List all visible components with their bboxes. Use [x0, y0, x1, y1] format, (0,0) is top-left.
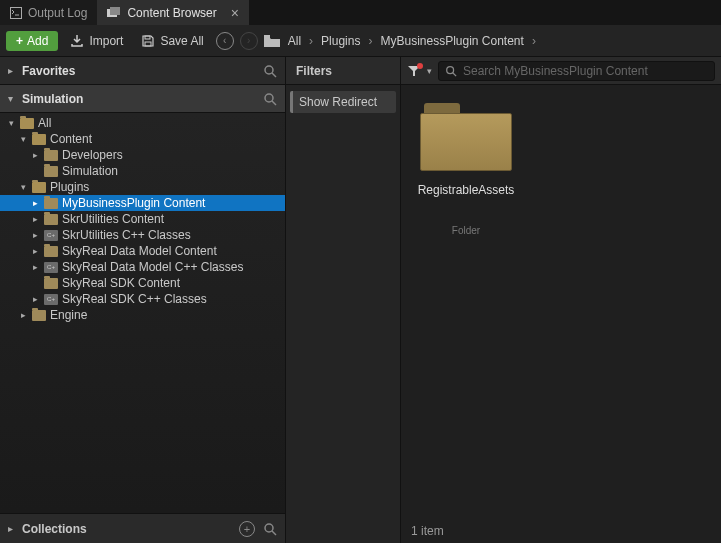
- tab-bar: Output Log Content Browser ×: [0, 0, 721, 25]
- folder-icon: [44, 214, 58, 225]
- tree-skyreal-dm-content[interactable]: ▸SkyReal Data Model Content: [0, 243, 285, 259]
- tree-mybusinessplugin[interactable]: ▸MyBusinessPlugin Content: [0, 195, 285, 211]
- breadcrumb: All › Plugins › MyBusinessPlugin Content…: [264, 32, 536, 50]
- asset-folder-registrableassets[interactable]: RegistrableAssets Folder: [411, 103, 521, 236]
- terminal-icon: [10, 7, 22, 19]
- svg-rect-4: [145, 36, 150, 39]
- crumb-plugin[interactable]: MyBusinessPlugin Content: [376, 32, 527, 50]
- history-back-button[interactable]: ‹: [216, 32, 234, 50]
- folder-icon: [264, 35, 280, 47]
- history-forward-button[interactable]: ›: [240, 32, 258, 50]
- folder-icon: [20, 118, 34, 129]
- tree-skyreal-sdk-content[interactable]: SkyReal SDK Content: [0, 275, 285, 291]
- folder-icon: [32, 310, 46, 321]
- tab-label: Content Browser: [127, 6, 216, 20]
- simulation-title: Simulation: [22, 92, 263, 106]
- folder-icon: [420, 103, 512, 173]
- sources-panel: ▸ Favorites ▾ Simulation ▾All ▾Content ▸…: [0, 57, 286, 543]
- search-icon[interactable]: [263, 64, 277, 78]
- chevron-down-icon[interactable]: ▾: [427, 66, 432, 76]
- filter-show-redirect[interactable]: Show Redirect: [290, 91, 396, 113]
- filter-icon[interactable]: [407, 65, 421, 77]
- svg-line-14: [453, 72, 456, 75]
- tree-plugins[interactable]: ▾Plugins: [0, 179, 285, 195]
- favorites-title: Favorites: [22, 64, 263, 78]
- search-input[interactable]: [463, 64, 708, 78]
- status-bar: 1 item: [401, 519, 721, 543]
- cpp-icon: C+: [44, 294, 58, 305]
- svg-line-12: [272, 531, 276, 535]
- svg-point-9: [265, 94, 273, 102]
- tree-developers[interactable]: ▸Developers: [0, 147, 285, 163]
- main-area: ▸ Favorites ▾ Simulation ▾All ▾Content ▸…: [0, 57, 721, 543]
- filters-title: Filters: [296, 64, 332, 78]
- asset-name: RegistrableAssets: [411, 183, 521, 197]
- tree-all[interactable]: ▾All: [0, 115, 285, 131]
- svg-point-7: [265, 66, 273, 74]
- crumb-all[interactable]: All: [284, 32, 305, 50]
- tab-output-log[interactable]: Output Log: [0, 0, 97, 25]
- folder-icon: [44, 198, 58, 209]
- tree-skr-content[interactable]: ▸SkrUtilities Content: [0, 211, 285, 227]
- folder-icon: [44, 166, 58, 177]
- filters-panel: Filters Show Redirect: [286, 57, 401, 543]
- item-count: 1 item: [411, 524, 444, 538]
- source-tree: ▾All ▾Content ▸Developers Simulation ▾Pl…: [0, 113, 285, 513]
- chevron-right-icon: ›: [532, 34, 536, 48]
- folder-icon: [44, 278, 58, 289]
- folder-stack-icon: [107, 7, 121, 19]
- folder-icon: [32, 134, 46, 145]
- chevron-right-icon: ›: [309, 34, 313, 48]
- plus-icon: +: [16, 34, 23, 48]
- collections-header[interactable]: ▸ Collections +: [0, 513, 285, 543]
- filter-active-dot: [417, 63, 423, 69]
- toolbar: + Add Import Save All ‹ › All › Plugins …: [0, 25, 721, 57]
- tree-skyreal-sdk-cpp[interactable]: ▸C+SkyReal SDK C++ Classes: [0, 291, 285, 307]
- expander-icon[interactable]: ▸: [8, 65, 18, 76]
- import-label: Import: [89, 34, 123, 48]
- add-collection-button[interactable]: +: [239, 521, 255, 537]
- import-button[interactable]: Import: [64, 31, 129, 51]
- svg-point-13: [447, 66, 454, 73]
- filters-header: Filters: [286, 57, 400, 85]
- cpp-icon: C+: [44, 230, 58, 241]
- folder-icon: [32, 182, 46, 193]
- search-icon: [445, 65, 457, 77]
- tree-skyreal-dm-cpp[interactable]: ▸C+SkyReal Data Model C++ Classes: [0, 259, 285, 275]
- crumb-plugins[interactable]: Plugins: [317, 32, 364, 50]
- tree-simulation[interactable]: Simulation: [0, 163, 285, 179]
- filter-chip-label: Show Redirect: [299, 95, 377, 109]
- asset-grid: RegistrableAssets Folder: [401, 85, 721, 519]
- svg-line-10: [272, 101, 276, 105]
- folder-icon: [44, 150, 58, 161]
- tree-engine[interactable]: ▸Engine: [0, 307, 285, 323]
- search-icon[interactable]: [263, 92, 277, 106]
- svg-rect-3: [110, 7, 120, 15]
- search-icon[interactable]: [263, 522, 277, 536]
- import-icon: [70, 34, 84, 48]
- svg-line-8: [272, 73, 276, 77]
- chevron-right-icon: ›: [368, 34, 372, 48]
- add-button[interactable]: + Add: [6, 31, 58, 51]
- save-all-label: Save All: [160, 34, 203, 48]
- tab-label: Output Log: [28, 6, 87, 20]
- search-box[interactable]: [438, 61, 715, 81]
- save-all-button[interactable]: Save All: [135, 31, 209, 51]
- expander-icon[interactable]: ▾: [8, 93, 18, 104]
- svg-rect-6: [264, 35, 270, 38]
- folder-icon: [44, 246, 58, 257]
- tree-content[interactable]: ▾Content: [0, 131, 285, 147]
- save-icon: [141, 34, 155, 48]
- svg-rect-0: [11, 7, 22, 18]
- cpp-icon: C+: [44, 262, 58, 273]
- simulation-header[interactable]: ▾ Simulation: [0, 85, 285, 113]
- content-view: ▾ RegistrableAssets Folder 1 item: [401, 57, 721, 543]
- close-icon[interactable]: ×: [231, 5, 239, 21]
- favorites-header[interactable]: ▸ Favorites: [0, 57, 285, 85]
- tree-skr-cpp[interactable]: ▸C+SkrUtilities C++ Classes: [0, 227, 285, 243]
- svg-point-11: [265, 524, 273, 532]
- expander-icon[interactable]: ▸: [8, 523, 18, 534]
- asset-type: Folder: [411, 225, 521, 236]
- collections-title: Collections: [22, 522, 239, 536]
- tab-content-browser[interactable]: Content Browser ×: [97, 0, 249, 25]
